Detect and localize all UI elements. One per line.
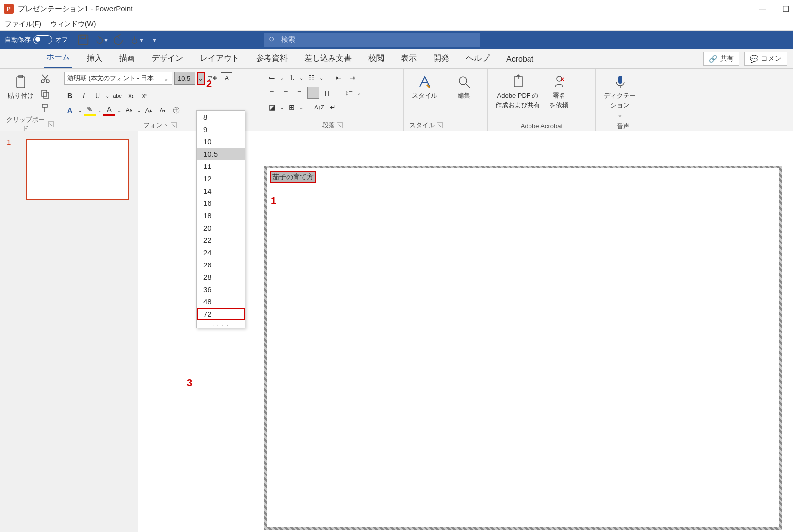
tab-insert[interactable]: 挿入 [85,50,104,68]
strikethrough-button[interactable]: abc [111,90,123,101]
autosave-state: オフ [55,35,68,44]
borders-button[interactable]: ⊞ [286,101,297,113]
font-size-option-18[interactable]: 18 [197,209,245,222]
minimize-button[interactable]: ― [759,4,766,14]
font-launcher[interactable]: ↘ [171,122,177,128]
italic-button[interactable]: I [78,90,90,101]
paste-button[interactable]: 貼り付け [5,72,36,101]
tab-draw[interactable]: 描画 [117,50,137,68]
copy-button[interactable] [39,88,51,100]
shrink-font-button[interactable]: A▾ [157,104,168,116]
tab-help[interactable]: ヘルプ [464,50,492,68]
dictate-button[interactable]: ディクテーション ⌄ [601,72,639,121]
sort-button[interactable]: A↓Z [313,101,325,113]
ribbon-tabs: ホーム 挿入 描画 デザイン レイアウト 参考資料 差し込み文書 校閲 表示 開… [0,49,793,69]
font-size-option-12[interactable]: 12 [197,172,245,185]
font-size-option-8[interactable]: 8 [197,111,245,123]
text-frame[interactable]: 茄子の育て方 [264,166,782,530]
bold-button[interactable]: B [64,90,76,101]
tab-mailings[interactable]: 差し込み文書 [302,50,354,68]
callout-1: 1 [271,195,276,206]
align-center-button[interactable]: ≡ [280,87,292,99]
align-left-button[interactable]: ≡ [266,87,278,99]
font-size-option-11[interactable]: 11 [197,160,245,172]
styles-button[interactable]: スタイル [409,72,440,101]
shading-button[interactable]: ◪ [266,101,278,113]
bullets-button[interactable]: ≔ [266,72,278,84]
group-voice: ディクテーション ⌄ 音声 [596,69,650,131]
font-size-option-24[interactable]: 24 [197,246,245,259]
tab-acrobat[interactable]: Acrobat [504,52,535,68]
font-color-button[interactable]: A [103,104,115,116]
callout-2: 2 [206,78,212,90]
create-pdf-button[interactable]: Adobe PDF の作成および共有 [493,72,543,111]
font-size-combo[interactable]: 10.5 [174,72,195,85]
text-effects-button[interactable]: A [64,104,76,116]
tab-design[interactable]: デザイン [150,50,185,68]
change-case-button[interactable]: Aa [123,104,135,116]
underline-button[interactable]: U [92,90,103,101]
maximize-button[interactable]: ☐ [782,4,789,14]
font-size-option-20[interactable]: 20 [197,222,245,234]
subscript-button[interactable]: x₂ [125,90,137,101]
qat-customize[interactable]: ▾ [147,33,161,47]
comments-button[interactable]: 💬 コメン [744,52,787,66]
menu-window[interactable]: ウィンドウ(W) [50,20,96,29]
font-size-option-48[interactable]: 48 [197,296,245,308]
line-spacing-button[interactable]: ↕≡ [343,87,355,99]
justify-button[interactable]: ≣ [307,87,319,99]
grow-font-button[interactable]: A▴ [143,104,155,116]
tab-references[interactable]: 参考資料 [254,50,290,68]
font-size-option-14[interactable]: 14 [197,185,245,197]
decrease-indent-button[interactable]: ⇤ [333,72,345,84]
editing-button[interactable]: 編集 [453,72,475,101]
font-size-option-72[interactable]: 72 [197,308,245,320]
save-button[interactable] [76,33,90,47]
tab-layout[interactable]: レイアウト [198,50,241,68]
font-size-option-10-5[interactable]: 10.5 [197,148,245,160]
svg-rect-1 [81,35,85,39]
styles-launcher[interactable]: ↘ [437,122,443,128]
numbering-button[interactable]: ⒈ [286,72,297,84]
ribbon: 貼り付け クリップボード↘ 游明朝 (本文のフォント - 日本⌄ 10.5 ⌄ … [0,69,793,131]
tab-developer[interactable]: 開発 [431,50,451,68]
font-size-option-28[interactable]: 28 [197,271,245,283]
font-size-option-10[interactable]: 10 [197,135,245,148]
paragraph-launcher[interactable]: ↘ [337,122,343,128]
font-size-option-36[interactable]: 36 [197,283,245,296]
font-size-option-26[interactable]: 26 [197,259,245,271]
app-icon: P [4,4,14,14]
font-name-combo[interactable]: 游明朝 (本文のフォント - 日本⌄ [64,72,172,85]
align-right-button[interactable]: ≡ [294,87,305,99]
redo-button[interactable] [112,33,126,47]
touch-mode-button[interactable]: ▾ [130,33,143,47]
font-size-dropdown-button[interactable]: ⌄ [197,72,205,85]
toggle-switch-icon[interactable] [33,35,52,44]
autosave-toggle[interactable]: 自動保存 オフ [5,35,68,44]
share-button[interactable]: 🔗 共有 [703,52,739,66]
slide-thumbnail[interactable] [26,139,129,200]
font-size-option-9[interactable]: 9 [197,123,245,135]
font-size-option-22[interactable]: 22 [197,234,245,246]
show-marks-button[interactable]: ↵ [327,101,339,113]
search-box[interactable]: 検索 [264,33,480,47]
highlight-button[interactable]: ✎ [84,104,96,116]
selected-text[interactable]: 茄子の育て方 [271,172,315,182]
superscript-button[interactable]: x² [139,90,151,101]
undo-button[interactable]: ▾ [94,33,108,47]
increase-indent-button[interactable]: ⇥ [347,72,359,84]
clipboard-launcher[interactable]: ↘ [48,121,54,127]
request-signature-button[interactable]: 署名を依頼 [546,72,571,111]
enclose-char-button[interactable]: ㊉ [170,104,182,116]
tab-view[interactable]: 表示 [399,50,419,68]
dropdown-resize-handle[interactable]: . . . . [197,320,245,328]
multilevel-button[interactable]: ☷ [305,72,317,84]
distributed-button[interactable]: ⫼ [321,87,333,99]
cut-button[interactable] [39,73,51,85]
char-border-button[interactable]: A [221,72,232,84]
menu-file[interactable]: ファイル(F) [5,20,41,29]
font-size-option-16[interactable]: 16 [197,197,245,209]
tab-review[interactable]: 校閲 [366,50,386,68]
format-painter-button[interactable] [39,102,51,114]
tab-home[interactable]: ホーム [44,49,72,68]
